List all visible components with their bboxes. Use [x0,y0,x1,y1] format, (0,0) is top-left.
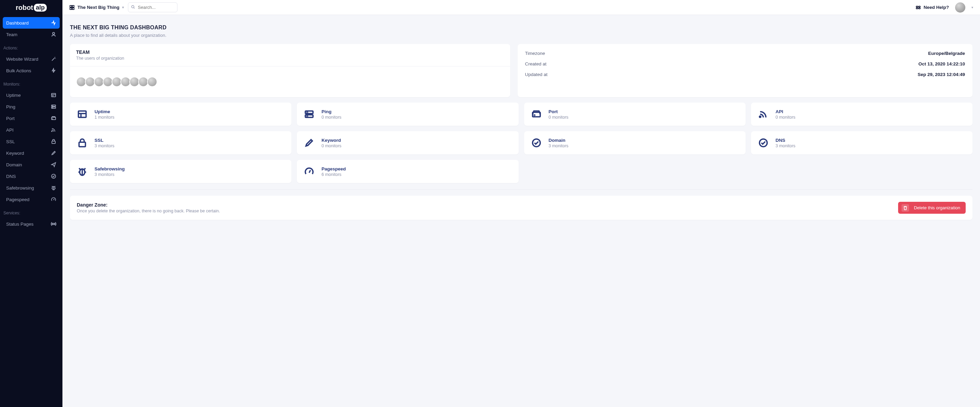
meta-value: Oct 13, 2020 14:22:10 [918,61,965,67]
monitor-count: 3 monitors [776,144,795,148]
server-icon [303,108,315,120]
sidebar-item-domain[interactable]: Domain [3,159,60,170]
monitor-name: Safebrowsing [94,166,125,171]
monitor-card-api[interactable]: API 0 monitors [751,103,972,126]
meta-row: Created at Oct 13, 2020 14:22:10 [525,61,965,67]
bug-icon [76,165,88,177]
logo-badge: alp [34,4,47,11]
monitor-count: 0 monitors [776,115,795,120]
pen-icon [51,150,56,156]
monitor-count: 0 monitors [549,115,568,120]
sidebar-item-dashboard[interactable]: Dashboard [3,17,60,29]
zap-icon [51,68,56,73]
monitor-count: 1 monitors [94,115,114,120]
rss-icon [51,127,56,133]
sidebar-item-safebrowsing[interactable]: Safebrowsing [3,182,60,193]
check-circle-icon [757,137,770,149]
monitor-name: Keyword [321,138,341,143]
rss-icon [757,108,770,120]
monitor-name: Ping [321,109,341,114]
sidebar-item-uptime[interactable]: Uptime [3,89,60,101]
sidebar-item-label: Team [6,32,51,37]
danger-title: Danger Zone: [77,202,220,207]
broadcast-icon [51,221,56,226]
delete-org-button[interactable]: Delete this organization [898,202,966,214]
help-icon [915,5,921,10]
monitor-card-safebrowsing[interactable]: Safebrowsing 3 monitors [70,160,291,183]
team-title: TEAM [76,49,504,55]
monitor-card-keyword[interactable]: Keyword 0 monitors [297,131,518,154]
page-subtitle: A place to find all details about your o… [70,33,972,38]
header: The Next Big Thing ▾ Need Help? ▾ [62,0,980,15]
search-icon [131,5,135,10]
sidebar-item-port[interactable]: Port [3,112,60,124]
team-avatars [76,77,504,87]
user-icon [51,32,56,37]
layout-icon [51,92,56,98]
sidebar-item-ping[interactable]: Ping [3,101,60,112]
org-selector[interactable]: The Next Big Thing ▾ [69,5,124,10]
sidebar-item-label: SSL [6,139,51,144]
sidebar-item-label: Bulk Actions [6,68,51,73]
need-help-button[interactable]: Need Help? [915,5,949,10]
sidebar-item-website-wizard[interactable]: Website Wizard [3,53,60,65]
monitor-card-domain[interactable]: Domain 3 monitors [524,131,746,154]
hdd-icon [530,108,542,120]
sidebar-item-bulk-actions[interactable]: Bulk Actions [3,65,60,76]
sidebar-item-keyword[interactable]: Keyword [3,147,60,159]
monitor-card-port[interactable]: Port 0 monitors [524,103,746,126]
sidebar-item-pagespeed[interactable]: Pagespeed [3,193,60,205]
activity-icon [51,20,56,25]
sidebar-item-dns[interactable]: DNS [3,170,60,182]
sidebar-item-label: Domain [6,162,51,167]
monitor-card-pagespeed[interactable]: Pagespeed 6 monitors [297,160,518,183]
server-icon [51,104,56,109]
check-circle-icon [51,174,56,179]
monitor-name: Domain [549,138,568,143]
monitor-count: 6 monitors [321,172,346,177]
sidebar-section-title: Actions: [0,42,62,51]
sidebar-item-label: Status Pages [6,222,51,226]
team-subtitle: The users of organization [76,56,504,61]
team-card: TEAM The users of organization [70,44,510,97]
monitor-card-uptime[interactable]: Uptime 1 monitors [70,103,291,126]
monitor-name: Port [549,109,568,114]
monitor-count: 0 monitors [321,144,341,148]
monitor-name: Uptime [94,109,114,114]
monitor-card-ping[interactable]: Ping 0 monitors [297,103,518,126]
sidebar-item-label: Website Wizard [6,57,51,62]
meta-card: Timezone Europe/Belgrade Created at Oct … [518,44,973,97]
monitor-name: Pagespeed [321,166,346,171]
sidebar-item-status-pages[interactable]: Status Pages [3,218,60,230]
monitor-card-dns[interactable]: DNS 3 monitors [751,131,972,154]
layout-icon [76,108,88,120]
check-circle-icon [530,137,542,149]
sidebar-item-label: Pagespeed [6,197,51,202]
hdd-icon [51,116,56,121]
page-title: THE NEXT BIG THING DASHBOARD [70,25,972,31]
org-name: The Next Big Thing [78,5,119,10]
trash-icon [902,204,909,212]
need-help-label: Need Help? [924,5,949,10]
sidebar-section-title: Services: [0,207,62,216]
sidebar-item-label: DNS [6,174,51,179]
lock-icon [51,139,56,144]
sidebar-item-label: Dashboard [6,21,51,25]
user-avatar[interactable] [955,2,965,13]
meta-label: Created at [525,61,547,67]
logo[interactable]: robot alp [0,0,62,15]
sidebar-item-ssl[interactable]: SSL [3,136,60,147]
lock-icon [76,137,88,149]
grid-icon [69,5,75,10]
monitor-card-ssl[interactable]: SSL 3 monitors [70,131,291,154]
meta-label: Updated at [525,72,548,77]
sidebar-item-label: Uptime [6,93,51,98]
sidebar-item-team[interactable]: Team [3,29,60,40]
gauge-icon [303,165,315,177]
sidebar-item-label: Ping [6,104,51,109]
team-member-avatar[interactable] [147,77,157,87]
sidebar-item-api[interactable]: API [3,124,60,136]
user-menu-chevron-icon[interactable]: ▾ [972,5,973,9]
monitor-name: DNS [776,138,795,143]
monitor-count: 3 monitors [94,172,125,177]
